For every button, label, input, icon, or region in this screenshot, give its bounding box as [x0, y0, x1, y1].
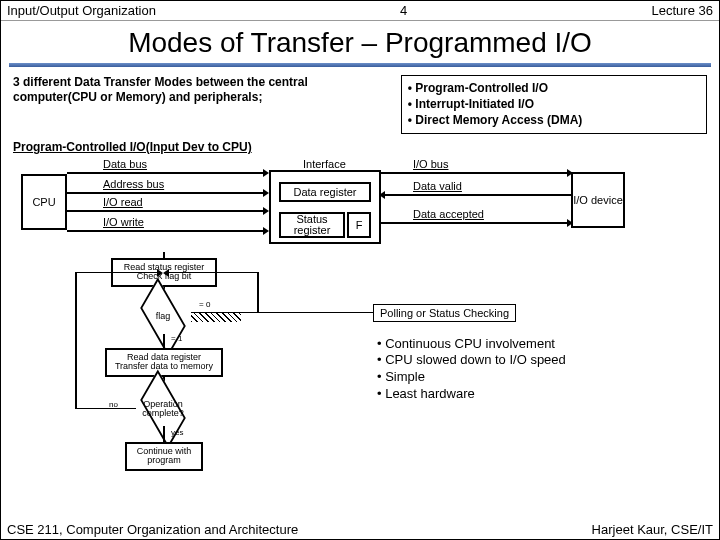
bullet-2: • CPU slowed down to I/O speed	[377, 352, 566, 369]
data-accepted-label: Data accepted	[413, 208, 484, 220]
mode-1: • Program-Controlled I/O	[408, 80, 700, 96]
eq1-label: = 1	[171, 334, 182, 343]
footer-right: Harjeet Kaur, CSE/IT	[592, 522, 713, 537]
io-bus-label: I/O bus	[413, 158, 448, 170]
addr-bus-label: Address bus	[103, 178, 164, 190]
slide-title: Modes of Transfer – Programmed I/O	[1, 21, 719, 63]
hdr-right: Lecture 36	[652, 3, 713, 18]
io-device-box: I/O device	[571, 172, 625, 228]
step-read-data: Read data registerTransfer data to memor…	[105, 348, 223, 378]
io-read-line	[67, 210, 267, 212]
bullet-list: • Continuous CPU involvement • CPU slowe…	[377, 336, 566, 404]
flowchart: Read status registerCheck flag bit flag …	[13, 252, 707, 482]
data-valid-label: Data valid	[413, 180, 462, 192]
bullet-4: • Least hardware	[377, 386, 566, 403]
io-read-label: I/O read	[103, 196, 143, 208]
io-bus-line	[381, 172, 571, 174]
cpu-box: CPU	[21, 174, 67, 230]
mode-2: • Interrupt-Initiated I/O	[408, 96, 700, 112]
modes-box: • Program-Controlled I/O • Interrupt-Ini…	[401, 75, 707, 134]
bus-diagram: CPU Data bus Address bus I/O read I/O wr…	[13, 156, 707, 248]
decision-flag: flag	[136, 300, 190, 334]
data-accepted-line	[381, 222, 571, 224]
intro-text: 3 different Data Transfer Modes between …	[13, 75, 393, 134]
hdr-left: Input/Output Organization	[7, 3, 156, 18]
hatch-icon	[191, 312, 241, 322]
decision-complete: Operation complete?	[136, 392, 190, 426]
bullet-1: • Continuous CPU involvement	[377, 336, 566, 353]
footer-left: CSE 211, Computer Organization and Archi…	[7, 522, 298, 537]
mode-3: • Direct Memory Access (DMA)	[408, 112, 700, 128]
data-bus-line	[67, 172, 267, 174]
data-bus-label: Data bus	[103, 158, 147, 170]
eq0-label: = 0	[199, 300, 210, 309]
addr-bus-line	[67, 192, 267, 194]
subheading: Program-Controlled I/O(Input Dev to CPU)	[1, 134, 719, 154]
status-register: Status register	[279, 212, 345, 238]
io-write-label: I/O write	[103, 216, 144, 228]
bullet-3: • Simple	[377, 369, 566, 386]
hdr-center: 4	[400, 3, 407, 18]
f-flag: F	[347, 212, 371, 238]
title-rule	[9, 63, 711, 67]
data-register: Data register	[279, 182, 371, 202]
data-valid-line	[381, 194, 571, 196]
io-write-line	[67, 230, 267, 232]
yes-label: yes	[171, 428, 183, 437]
polling-box: Polling or Status Checking	[373, 304, 516, 322]
step-continue: Continue with program	[125, 442, 203, 472]
interface-label: Interface	[303, 158, 346, 170]
